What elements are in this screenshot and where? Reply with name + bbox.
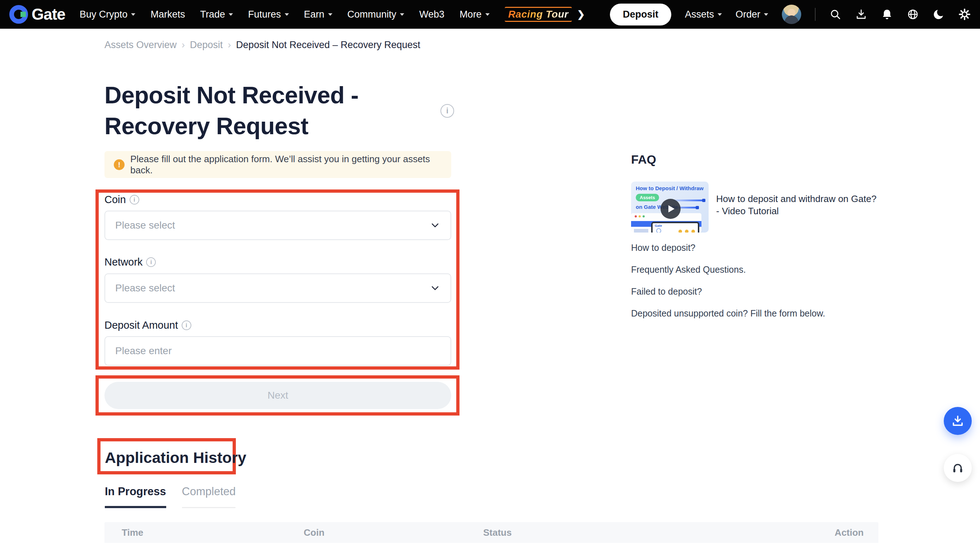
network-label: Network i [105, 256, 156, 268]
chevron-down-icon [764, 13, 768, 16]
coin-label: Coin i [105, 194, 139, 205]
primary-nav: Buy Crypto Markets Trade Futures Earn Co… [80, 7, 585, 22]
coin-info-icon[interactable]: i [130, 195, 139, 205]
faq-link-how-to-deposit[interactable]: How to deposit? [631, 243, 695, 253]
chevron-right-icon: ❯ [577, 9, 585, 20]
column-coin: Coin [304, 527, 325, 538]
chevron-down-icon [430, 283, 441, 294]
chevron-down-icon [485, 13, 490, 16]
column-action: Action [835, 527, 864, 538]
moon-icon[interactable] [932, 8, 945, 21]
nav-item-order[interactable]: Order [735, 9, 768, 20]
customer-support-fab[interactable] [944, 454, 972, 482]
gate-logo-icon [10, 5, 28, 24]
chevron-down-icon [131, 13, 135, 16]
column-time: Time [122, 527, 143, 538]
nav-item-community[interactable]: Community [347, 9, 404, 20]
application-history-title: Application History [105, 449, 246, 466]
chevron-down-icon [718, 13, 722, 16]
breadcrumb-deposit[interactable]: Deposit [190, 40, 223, 51]
faq-title: FAQ [631, 153, 656, 167]
nav-right-cluster: Deposit Assets Order [610, 3, 970, 25]
history-tabs: In Progress Completed [105, 485, 235, 508]
notice-text: Please fill out the application form. We… [130, 154, 442, 176]
top-navigation: Gate Buy Crypto Markets Trade Futures Ea… [0, 0, 980, 29]
chevron-down-icon [430, 220, 441, 231]
racing-tour-banner[interactable]: Racing Tour ❯ [505, 7, 585, 22]
notice-banner: ! Please fill out the application form. … [105, 151, 451, 178]
nav-icon-group [829, 8, 970, 21]
next-button[interactable]: Next [105, 382, 451, 409]
laptop-mockup: Gate [651, 222, 699, 232]
bell-icon[interactable] [881, 8, 893, 21]
deposit-amount-label: Deposit Amount i [105, 320, 191, 331]
globe-icon[interactable] [907, 8, 919, 21]
download-app-fab[interactable] [944, 407, 972, 435]
network-placeholder: Please select [115, 282, 175, 294]
download-icon[interactable] [855, 8, 867, 21]
tab-in-progress[interactable]: In Progress [105, 485, 166, 508]
warning-icon: ! [114, 159, 124, 170]
search-icon[interactable] [829, 8, 842, 21]
faq-link-failed-to-deposit[interactable]: Failed to deposit? [631, 286, 702, 297]
nav-item-assets[interactable]: Assets [685, 9, 722, 20]
nav-item-buy-crypto[interactable]: Buy Crypto [80, 9, 136, 20]
play-icon[interactable] [660, 199, 681, 219]
coin-select[interactable]: Please select [105, 211, 451, 240]
breadcrumb-assets-overview[interactable]: Assets Overview [105, 40, 177, 51]
chevron-down-icon [400, 13, 404, 16]
deposit-amount-placeholder: Please enter [115, 345, 172, 357]
column-status: Status [483, 527, 512, 538]
title-info-icon[interactable]: i [441, 104, 454, 118]
chevron-down-icon [328, 13, 332, 16]
breadcrumb-separator: › [181, 40, 185, 51]
network-select[interactable]: Please select [105, 274, 451, 303]
deposit-button[interactable]: Deposit [610, 3, 671, 25]
chevron-down-icon [285, 13, 289, 16]
coin-placeholder: Please select [115, 220, 175, 231]
history-table-header: Time Coin Status Action [105, 522, 878, 543]
faq-link-unsupported-coin[interactable]: Deposited unsupported coin? Fill the for… [631, 308, 825, 319]
deposit-amount-input[interactable]: Please enter [105, 336, 451, 366]
nav-item-futures[interactable]: Futures [248, 9, 289, 20]
breadcrumb: Assets Overview › Deposit › Deposit Not … [105, 40, 420, 51]
nav-item-markets[interactable]: Markets [150, 9, 185, 20]
brand-name: Gate [32, 5, 65, 23]
nav-item-earn[interactable]: Earn [304, 9, 332, 20]
nav-item-web3[interactable]: Web3 [419, 9, 444, 20]
breadcrumb-current: Deposit Not Received – Recovery Request [236, 40, 420, 51]
assets-badge: Assets [636, 194, 659, 201]
video-tutorial-caption[interactable]: How to deposit and withdraw on Gate? - V… [716, 193, 881, 217]
divider [815, 8, 816, 21]
download-icon [951, 414, 965, 428]
headset-icon [951, 461, 964, 475]
breadcrumb-separator: › [228, 40, 231, 51]
page-title: Deposit Not Received - Recovery Request [105, 80, 359, 142]
gate-logo[interactable]: Gate [10, 5, 65, 24]
video-tutorial-thumbnail[interactable]: How to Deposit / Withdraw Assets on Gate… [631, 181, 709, 232]
user-avatar[interactable] [782, 5, 801, 24]
tab-completed[interactable]: Completed [182, 485, 236, 508]
decorative-bar [673, 199, 705, 201]
faq-link-frequently-asked[interactable]: Frequently Asked Questions. [631, 264, 746, 275]
nav-item-more[interactable]: More [460, 9, 490, 20]
network-info-icon[interactable]: i [146, 257, 156, 267]
nav-item-trade[interactable]: Trade [200, 9, 233, 20]
chevron-down-icon [229, 13, 233, 16]
gear-icon[interactable] [958, 8, 970, 21]
deposit-amount-info-icon[interactable]: i [181, 320, 191, 330]
